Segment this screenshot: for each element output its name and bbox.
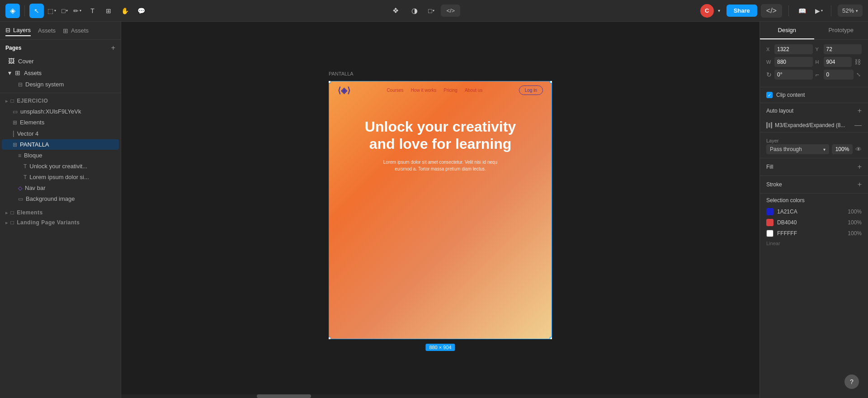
share-button[interactable]: Share [726,5,757,17]
w-input[interactable] [774,57,813,67]
pantalla-layer-label: PANTALLA [20,141,113,148]
design-system-item[interactable]: ⊟ Design system [7,79,113,90]
elements-layer-item[interactable]: ⊞ Elements [2,117,119,128]
text-tool-button[interactable]: T [85,4,99,18]
unsplash-layer-item[interactable]: ▭ unsplash:XUlsF9LYeVk [2,106,119,117]
y-input[interactable] [824,44,862,54]
stroke-section: Stroke + [760,176,868,194]
prototype-tab[interactable]: Prototype [814,22,868,39]
layout-remove-button[interactable]: — [854,121,862,129]
layout-indicator: M3/Expanded/Expanded (8... — [760,118,868,133]
resize-lock-button[interactable]: ⛓ [854,58,862,66]
nav-about: About us [465,88,482,93]
bg-image-layer-item[interactable]: ▭ Background image [2,194,119,204]
add-page-button[interactable]: + [111,44,115,52]
figma-menu-button[interactable]: ◈ [5,4,20,18]
code-button[interactable]: </> [761,4,782,18]
cover-page-item[interactable]: 🖼 Cover [5,55,115,67]
hero-title: Unlock your creativityand love for learn… [340,118,541,153]
multiplayer-tool-button[interactable]: □▾ [426,4,436,18]
landing-variants-header[interactable]: ▸ □ Landing Page Variants [0,218,121,227]
assets-page-icon: ⊞ [15,69,20,76]
nav-how-it-works: How it works [411,88,437,93]
landing-variants-expand-icon: ▸ [5,220,8,225]
handle-br[interactable] [550,337,552,339]
h-field: H ⛓ [816,57,862,67]
layer-blend-section: Layer Pass through ▾ 👁 [760,133,868,158]
h-input[interactable] [824,57,852,67]
unlock-text-layer-item[interactable]: T Unlock your creativit... [2,161,119,171]
design-tab[interactable]: Design [760,22,814,39]
assets-expand-icon: ▾ [8,69,11,76]
layout-bar-1 [766,122,768,128]
layers-tab[interactable]: ⊟ Layers [5,25,31,36]
resources-tool-button[interactable]: ⊞ [101,4,116,18]
devmode-button[interactable]: </> [441,5,460,17]
unsplash-layer-label: unsplash:XUlsF9LYeVk [20,108,113,115]
color-swatch-2[interactable] [766,230,774,237]
frame-wrapper: PANTALLA ⟨◈⟩ Courses [329,81,552,339]
nav-login[interactable]: Log in [519,85,543,95]
avatar-dropdown[interactable]: ▾ [716,4,723,18]
vector-layer-item[interactable]: | Vector 4 [2,128,119,139]
color-swatch-1[interactable] [766,219,774,226]
help-button[interactable]: ? [844,374,859,389]
handle-bl[interactable] [329,337,331,339]
nav-pricing: Pricing [443,88,458,93]
assets-page-item[interactable]: ▾ ⊞ Assets [5,67,115,79]
cover-page-label: Cover [18,58,34,65]
opacity-input[interactable] [832,144,853,154]
auto-layout-add[interactable]: + [858,107,862,115]
assets-tab-2[interactable]: ⊞ Assets [63,25,89,36]
position-size-section: X Y W H ⛓ [760,40,868,87]
comment-tool-button[interactable]: 💬 [134,4,148,18]
pen-tool-button[interactable]: ✏▾ [71,4,83,18]
navbar-layer-item[interactable]: ◇ Nav bar [2,183,119,193]
x-input[interactable] [774,44,813,54]
clip-checkbox[interactable]: ✓ [766,92,773,98]
visibility-toggle[interactable]: 👁 [855,146,862,153]
ejercicio-header[interactable]: ▸ □ EJERCICIO [0,96,121,106]
assets-tab[interactable]: Assets [38,25,56,36]
ejercicio-expand-icon: ▸ [5,99,8,104]
h-label: H [816,59,822,65]
unlock-text-icon: T [24,163,27,170]
book-tool-button[interactable]: 📖 [795,4,810,18]
lorem-text-icon: T [24,174,27,180]
left-panel: ⊟ Layers Assets ⊞ Assets Pages + 🖼 Cover… [0,22,121,398]
move-tool-button[interactable]: ↖ [29,4,44,18]
vector-layer-icon: | [13,130,14,137]
components-tool-button[interactable]: ❖ [388,4,403,18]
scrollbar-thumb-h[interactable] [257,394,311,398]
clip-content-section: ✓ Clip content [760,87,868,103]
elements-bottom-label: Elements [17,209,42,216]
shape-tool-button[interactable]: □▾ [60,4,70,18]
frame-size-badge: 880 × 904 [425,344,455,351]
present-button[interactable]: ▶▾ [813,4,825,18]
elements-bottom-header[interactable]: ▸ □ Elements [0,208,121,218]
color-hex-0: 1A21CA [777,208,844,215]
theme-tool-button[interactable]: ◑ [407,4,422,18]
layout-bar-2 [769,123,770,128]
lorem-text-layer-item[interactable]: T Lorem ipsum dolor si... [2,172,119,182]
stroke-add-button[interactable]: + [858,180,862,189]
fill-add-button[interactable]: + [858,163,862,171]
corner-input[interactable] [824,70,854,80]
elements-layer-icon: ⊞ [13,119,17,126]
nav-bar: ⟨◈⟩ Courses How it works Pricing About u… [329,81,552,100]
right-panel: Design Prototype X Y W [760,22,868,398]
color-swatch-0[interactable] [766,208,774,215]
canvas-area[interactable]: PANTALLA ⟨◈⟩ Courses [121,22,760,398]
bloque-layer-item[interactable]: ≡ Bloque [2,150,119,161]
user-avatar[interactable]: C [700,4,714,18]
frame-tool-button[interactable]: ⬚▾ [46,4,58,18]
pantalla-layer-item[interactable]: ⊞ PANTALLA [2,139,119,150]
frame-canvas[interactable]: ⟨◈⟩ Courses How it works Pricing About u… [329,81,552,339]
hand-tool-button[interactable]: ✋ [118,4,132,18]
zoom-button[interactable]: 52% ▾ [838,5,863,17]
color-hex-2: FFFFFF [777,230,844,237]
blend-mode-select[interactable]: Pass through ▾ [766,144,829,154]
corner-expand-button[interactable]: ⤡ [855,71,862,78]
toolbar-left: ◈ ↖ ⬚▾ □▾ ✏▾ T ⊞ ✋ 💬 [5,4,148,18]
rotation-input[interactable] [774,70,813,80]
